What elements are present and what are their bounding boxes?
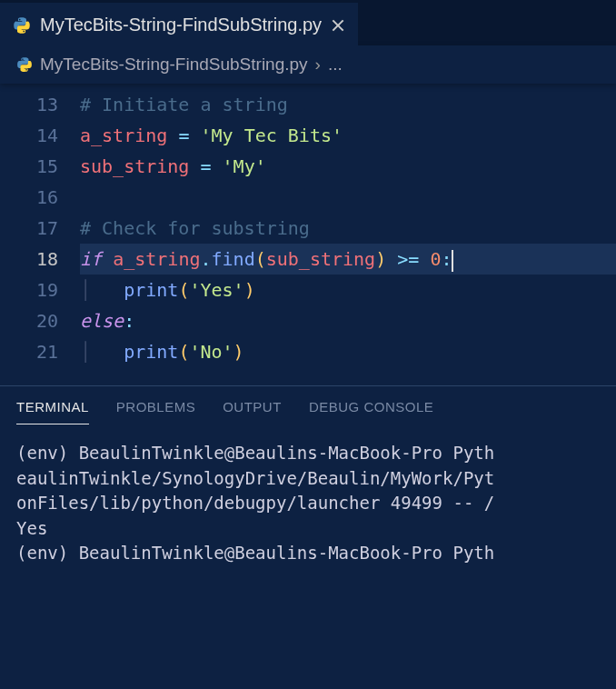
python-icon: [13, 16, 31, 35]
panel-tab-problems[interactable]: PROBLEMS: [116, 399, 195, 424]
line-number: 13: [0, 89, 80, 120]
line-number: 16: [0, 182, 80, 213]
code-line[interactable]: 17# Check for substring: [0, 213, 616, 244]
code-content[interactable]: a_string = 'My Tec Bits': [80, 120, 616, 151]
terminal-line: (env) BeaulinTwinkle@Beaulins-MacBook-Pr…: [16, 441, 600, 466]
code-content[interactable]: # Check for substring: [80, 213, 616, 244]
breadcrumb-filename: MyTecBits-String-FindSubString.py: [40, 55, 308, 75]
line-number: 18: [0, 244, 80, 275]
breadcrumb[interactable]: MyTecBits-String-FindSubString.py › ...: [0, 45, 616, 84]
editor-tab[interactable]: MyTecBits-String-FindSubString.py: [0, 3, 358, 45]
tab-bar: MyTecBits-String-FindSubString.py: [0, 0, 616, 45]
line-number: 20: [0, 305, 80, 336]
code-line[interactable]: 15sub_string = 'My': [0, 151, 616, 182]
panel-tabs: TERMINALPROBLEMSOUTPUTDEBUG CONSOLE: [0, 386, 616, 424]
panel-tab-terminal[interactable]: TERMINAL: [16, 399, 89, 424]
code-line[interactable]: 14a_string = 'My Tec Bits': [0, 120, 616, 151]
terminal-line: Yes: [16, 516, 600, 542]
code-content[interactable]: [80, 182, 616, 213]
line-number: 19: [0, 275, 80, 305]
code-content[interactable]: # Initiate a string: [80, 89, 616, 120]
terminal-line: (env) BeaulinTwinkle@Beaulins-MacBook-Pr…: [16, 541, 600, 566]
text-cursor: [452, 250, 453, 272]
line-number: 14: [0, 120, 80, 151]
code-content[interactable]: │ print('Yes'): [80, 275, 616, 305]
breadcrumb-more: ...: [328, 55, 343, 75]
line-number: 17: [0, 213, 80, 244]
close-icon[interactable]: [331, 18, 345, 33]
code-content[interactable]: sub_string = 'My': [80, 151, 616, 182]
code-editor[interactable]: 13# Initiate a string14a_string = 'My Te…: [0, 84, 616, 367]
code-line[interactable]: 19│ print('Yes'): [0, 275, 616, 305]
chevron-right-icon: ›: [315, 55, 321, 75]
code-content[interactable]: if a_string.find(sub_string) >= 0:: [80, 244, 616, 275]
code-line[interactable]: 20else:: [0, 305, 616, 336]
terminal-line: eaulinTwinkle/SynologyDrive/Beaulin/MyWo…: [16, 466, 600, 492]
python-icon: [16, 56, 33, 73]
code-line[interactable]: 13# Initiate a string: [0, 89, 616, 120]
panel-tab-debug-console[interactable]: DEBUG CONSOLE: [309, 399, 433, 424]
terminal-line: onFiles/lib/python/debugpy/launcher 4949…: [16, 491, 600, 516]
terminal-output[interactable]: (env) BeaulinTwinkle@Beaulins-MacBook-Pr…: [0, 424, 616, 583]
line-number: 21: [0, 336, 80, 367]
code-line[interactable]: 16: [0, 182, 616, 213]
code-line[interactable]: 18if a_string.find(sub_string) >= 0:: [0, 244, 616, 275]
panel-tab-output[interactable]: OUTPUT: [223, 399, 282, 424]
line-number: 15: [0, 151, 80, 182]
code-content[interactable]: else:: [80, 305, 616, 336]
tab-filename: MyTecBits-String-FindSubString.py: [40, 15, 322, 35]
code-line[interactable]: 21│ print('No'): [0, 336, 616, 367]
code-content[interactable]: │ print('No'): [80, 336, 616, 367]
